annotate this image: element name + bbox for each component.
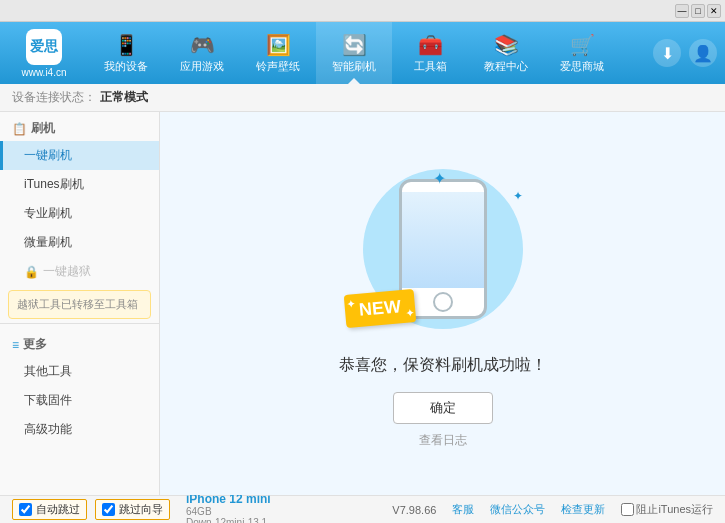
nav-toolbox-label: 工具箱 [414, 59, 447, 74]
sidebar-note: 越狱工具已转移至工具箱 [8, 290, 151, 319]
daily-link[interactable]: 查看日志 [419, 432, 467, 449]
nav-tutorial-label: 教程中心 [484, 59, 528, 74]
sidebar-more-title: ≡ 更多 [0, 328, 159, 357]
stop-itunes-checkbox[interactable] [621, 503, 634, 516]
content-area: NEW ✦ ✦ 恭喜您，保资料刷机成功啦！ 确定 查看日志 [160, 112, 725, 495]
user-button[interactable]: 👤 [689, 39, 717, 67]
nav-smart-flash-label: 智能刷机 [332, 59, 376, 74]
sparkle1-icon: ✦ [433, 169, 446, 188]
nav-smart-flash[interactable]: 🔄 智能刷机 [316, 22, 392, 84]
main: 📋 刷机 一键刷机 iTunes刷机 专业刷机 微量刷机 🔒 一键越狱 越狱工具… [0, 112, 725, 495]
confirm-button[interactable]: 确定 [393, 392, 493, 424]
status-label: 设备连接状态： [12, 89, 96, 106]
flash-section-label: 刷机 [31, 120, 55, 137]
sidebar-item-micro[interactable]: 微量刷机 [0, 228, 159, 257]
apps-games-icon: 🎮 [190, 33, 215, 57]
nav-apps-games-label: 应用游戏 [180, 59, 224, 74]
toolbox-icon: 🧰 [418, 33, 443, 57]
nav-apps-games[interactable]: 🎮 应用游戏 [164, 22, 240, 84]
checkbox-group-2: 跳过向导 [95, 499, 170, 520]
sidebar-divider [0, 323, 159, 324]
nav-tutorial[interactable]: 📚 教程中心 [468, 22, 544, 84]
store-icon: 🛒 [570, 33, 595, 57]
nav-toolbox[interactable]: 🧰 工具箱 [392, 22, 468, 84]
sidebar-flash-title: 📋 刷机 [0, 112, 159, 141]
sidebar-item-one-click[interactable]: 一键刷机 [0, 141, 159, 170]
check-update-link[interactable]: 检查更新 [561, 502, 605, 517]
sidebar-jailbreak-disabled: 🔒 一键越狱 [0, 257, 159, 286]
bottom-right: V7.98.66 客服 微信公众号 检查更新 阻止iTunes运行 [392, 502, 713, 517]
download-button[interactable]: ⬇ [653, 39, 681, 67]
nav-right: ⬇ 👤 [653, 39, 725, 67]
new-badge: NEW [343, 289, 416, 328]
wechat-link[interactable]: 微信公众号 [490, 502, 545, 517]
phone-home-button [433, 292, 453, 312]
header: 爱思 www.i4.cn 📱 我的设备 🎮 应用游戏 🖼️ 铃声壁纸 🔄 智能刷… [0, 22, 725, 84]
bottom-left: 自动跳过 跳过向导 iPhone 12 mini 64GB Down-12min… [12, 492, 392, 524]
minimize-button[interactable]: — [675, 4, 689, 18]
more-section-label: 更多 [23, 336, 47, 353]
checkbox-group-1: 自动跳过 [12, 499, 87, 520]
nav-store-label: 爱思商城 [560, 59, 604, 74]
tutorial-icon: 📚 [494, 33, 519, 57]
sidebar-item-pro[interactable]: 专业刷机 [0, 199, 159, 228]
version-label: V7.98.66 [392, 504, 436, 516]
sidebar-item-itunes[interactable]: iTunes刷机 [0, 170, 159, 199]
status-bar: 设备连接状态： 正常模式 [0, 84, 725, 112]
nav-store[interactable]: 🛒 爱思商城 [544, 22, 620, 84]
auto-skip-label: 自动跳过 [36, 502, 80, 517]
phone-illustration: NEW ✦ ✦ [353, 159, 533, 339]
sidebar: 📋 刷机 一键刷机 iTunes刷机 专业刷机 微量刷机 🔒 一键越狱 越狱工具… [0, 112, 160, 495]
skip-wizard-label: 跳过向导 [119, 502, 163, 517]
close-button[interactable]: ✕ [707, 4, 721, 18]
nav-items: 📱 我的设备 🎮 应用游戏 🖼️ 铃声壁纸 🔄 智能刷机 🧰 工具箱 📚 教程中… [88, 22, 653, 84]
my-device-icon: 📱 [114, 33, 139, 57]
device-storage: 64GB [186, 506, 271, 517]
wallpaper-icon: 🖼️ [266, 33, 291, 57]
nav-wallpaper[interactable]: 🖼️ 铃声壁纸 [240, 22, 316, 84]
nav-my-device[interactable]: 📱 我的设备 [88, 22, 164, 84]
status-value: 正常模式 [100, 89, 148, 106]
logo: 爱思 www.i4.cn [0, 29, 88, 78]
titlebar: — □ ✕ [0, 0, 725, 22]
device-info: iPhone 12 mini 64GB Down-12mini-13,1 [186, 492, 271, 524]
nav-my-device-label: 我的设备 [104, 59, 148, 74]
logo-icon: 爱思 [26, 29, 62, 65]
nav-wallpaper-label: 铃声壁纸 [256, 59, 300, 74]
sidebar-item-other-tools[interactable]: 其他工具 [0, 357, 159, 386]
bottombar: 自动跳过 跳过向导 iPhone 12 mini 64GB Down-12min… [0, 495, 725, 523]
jailbreak-label: 一键越狱 [43, 263, 91, 280]
sparkle2-icon: ✦ [513, 189, 523, 203]
sidebar-item-download-firmware[interactable]: 下载固件 [0, 386, 159, 415]
stop-itunes-label: 阻止iTunes运行 [636, 502, 713, 517]
sidebar-item-advanced[interactable]: 高级功能 [0, 415, 159, 444]
more-section-icon: ≡ [12, 338, 19, 352]
logo-subtext: www.i4.cn [21, 67, 66, 78]
maximize-button[interactable]: □ [691, 4, 705, 18]
auto-skip-checkbox[interactable] [19, 503, 32, 516]
skip-wizard-checkbox[interactable] [102, 503, 115, 516]
success-text: 恭喜您，保资料刷机成功啦！ [339, 355, 547, 376]
service-link[interactable]: 客服 [452, 502, 474, 517]
stop-itunes-btn[interactable]: 阻止iTunes运行 [621, 502, 713, 517]
device-system: Down-12mini-13,1 [186, 517, 271, 524]
phone-screen [402, 192, 484, 288]
smart-flash-icon: 🔄 [342, 33, 367, 57]
flash-section-icon: 📋 [12, 122, 27, 136]
